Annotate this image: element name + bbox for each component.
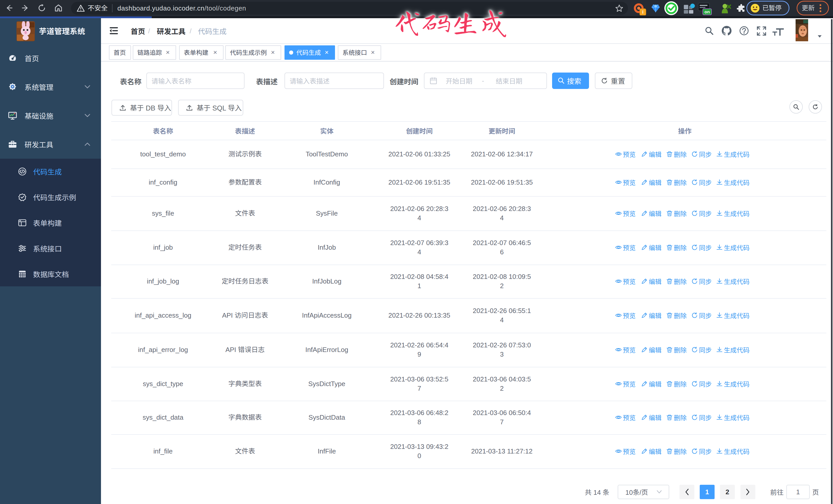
svg-text:i: i [642,9,643,15]
svg-text:on: on [705,9,710,14]
